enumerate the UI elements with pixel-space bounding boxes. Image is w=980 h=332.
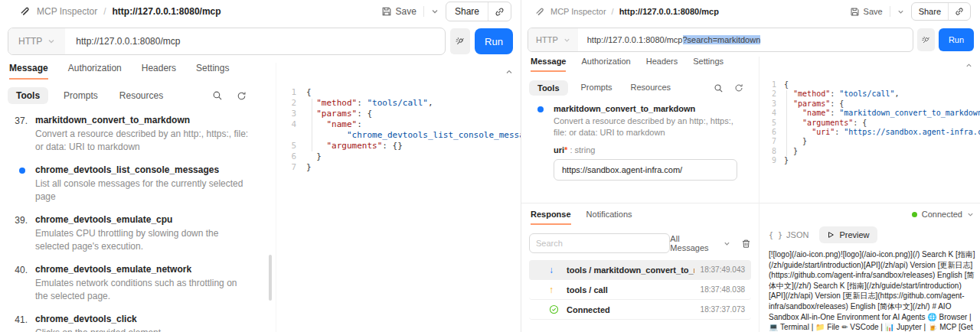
url-selected-text: ?search=markitdown: [683, 35, 761, 44]
tab[interactable]: Settings: [693, 57, 724, 70]
message-filter-dropdown[interactable]: All Messages: [670, 234, 730, 252]
result-panel: 1 { 2 "method": "tools/call", 3 "params"…: [759, 57, 980, 332]
response-controls: All Messages: [529, 233, 751, 253]
request-editor-section: 1 { 2 "method": "tools/call", 3 "params"…: [760, 57, 980, 203]
url-input[interactable]: http://127.0.0.1:8080/mcp?search=markitd…: [578, 35, 761, 44]
mcp-inspector-window-right: MCP Inspector / http://127.0.0.1:8080/mc…: [521, 0, 980, 332]
connection-status: Connected: [760, 203, 980, 219]
result-preview-section: Connected { } JSON Preview [![logo](/aio…: [760, 203, 980, 332]
code-text: {: [784, 80, 789, 90]
mcp-inspector-window-left: MCP Inspector / http://127.0.0.1:8080/mc…: [0, 0, 521, 332]
json-request-editor[interactable]: 1 { 2 "method": "tools/call", 3 "params"…: [760, 80, 980, 166]
tool-list-item[interactable]: 40. chrome_devtools_emulate_network Emul…: [0, 264, 276, 303]
tool-list-item[interactable]: 39. chrome_devtools_emulate_cpu Emulates…: [0, 214, 276, 253]
message-row[interactable]: ↓ ↑ tools / call 18:37:48.038: [529, 280, 751, 300]
share-button[interactable]: Share: [912, 7, 948, 16]
message-time: 18:37:48.038: [701, 285, 745, 294]
indent-guide: [312, 99, 312, 151]
tab[interactable]: Message: [531, 57, 566, 72]
selected-tool-detail: markitdown_convert_to_markdown Convert a…: [521, 104, 759, 181]
refresh-icon[interactable]: [237, 91, 247, 101]
json-view-button[interactable]: { } JSON: [769, 230, 808, 239]
chevron-down-icon[interactable]: [967, 211, 974, 218]
save-dropdown-chevron-icon[interactable]: [897, 8, 904, 15]
url-input[interactable]: http://127.0.0.1:8080/mcp: [65, 36, 180, 47]
subtab[interactable]: Resources: [113, 87, 169, 104]
line-number: 5: [283, 141, 296, 151]
arrow-up-icon: ↑: [549, 285, 560, 295]
tab[interactable]: Response: [531, 210, 571, 225]
main-area: MessageAuthorizationHeadersSettings Tool…: [0, 63, 521, 332]
line-number: 9: [766, 156, 776, 165]
connected-label: Connected: [922, 210, 962, 219]
tool-list-scrollbar[interactable]: [269, 255, 272, 301]
refresh-icon[interactable]: [734, 83, 743, 93]
tool-list-item[interactable]: 37. markitdown_convert_to_markdown Conve…: [0, 115, 276, 154]
subtab[interactable]: Tools: [529, 80, 568, 96]
breadcrumb-app-name[interactable]: MCP Inspector: [37, 6, 97, 17]
tab[interactable]: Settings: [196, 63, 229, 78]
run-button[interactable]: Run: [939, 28, 974, 51]
line-number: 5: [766, 119, 776, 128]
url-input-group: HTTP http://127.0.0.1:8080/mcp: [8, 28, 446, 55]
code-text: "chrome_devtools_list_console_messages",: [306, 130, 521, 141]
tab[interactable]: Message: [9, 63, 48, 80]
message-search-input[interactable]: [529, 233, 670, 253]
tool-name: chrome_devtools_emulate_network: [35, 264, 250, 275]
collapse-editor-chevron-icon[interactable]: [505, 68, 513, 76]
line-number: 4: [283, 119, 296, 130]
breadcrumb-separator: /: [103, 6, 106, 17]
subtab[interactable]: Resources: [625, 80, 676, 96]
breadcrumb-app-name[interactable]: MCP Inspector: [550, 7, 606, 16]
protocol-label: HTTP: [536, 35, 558, 44]
capability-subtabs: ToolsPromptsResources: [521, 78, 759, 98]
line-number: 7: [766, 137, 776, 146]
copy-link-icon[interactable]: [949, 7, 970, 16]
subtab[interactable]: Prompts: [576, 80, 618, 96]
tab[interactable]: Headers: [646, 57, 678, 70]
code-text: }: [306, 151, 322, 162]
save-button[interactable]: Save: [850, 7, 883, 17]
preview-view-button[interactable]: Preview: [819, 226, 877, 243]
disconnect-button[interactable]: [917, 28, 935, 51]
protocol-select[interactable]: HTTP: [8, 28, 65, 54]
tab[interactable]: Authorization: [581, 57, 630, 70]
code-text: "name": "markitdown_convert_to_markdown"…: [784, 109, 980, 118]
request-panel: MessageAuthorizationHeadersSettings Tool…: [521, 57, 759, 332]
save-button[interactable]: Save: [381, 6, 416, 17]
filter-label: All Messages: [670, 234, 720, 252]
tool-name: markitdown_convert_to_markdown: [35, 115, 250, 125]
search-icon[interactable]: [714, 83, 724, 93]
code-text: "arguments": {: [784, 119, 867, 128]
json-request-editor[interactable]: 1 { 2 "method": "tools/call", 3 "params"…: [276, 87, 521, 173]
subtab[interactable]: Prompts: [57, 87, 104, 104]
tab[interactable]: Notifications: [586, 210, 632, 223]
mcp-logo-icon: [535, 7, 545, 17]
code-text: "method": "tools/call",: [306, 98, 433, 109]
message-row[interactable]: ↓ ↑ tools / markitdown_convert_to_mar...…: [529, 260, 751, 280]
subtab[interactable]: Tools: [8, 87, 48, 104]
uri-parameter-input[interactable]: https://sandbox.agent-infra.com/: [554, 159, 737, 181]
code-line: 5 "arguments": {}: [283, 141, 521, 151]
collapse-editor-chevron-icon[interactable]: [965, 62, 972, 69]
tool-description: Convert a resource described by an http:…: [35, 128, 250, 154]
tab[interactable]: Authorization: [68, 63, 122, 78]
run-button[interactable]: Run: [475, 28, 513, 54]
copy-link-icon[interactable]: [488, 7, 511, 17]
request-toolbar: HTTP http://127.0.0.1:8080/mcp?search=ma…: [528, 28, 974, 52]
tool-list-item[interactable]: chrome_devtools_list_console_messages Li…: [0, 164, 276, 203]
tab[interactable]: Headers: [142, 63, 176, 78]
share-button[interactable]: Share: [446, 6, 488, 17]
message-label: tools / markitdown_convert_to_mar...: [567, 265, 694, 275]
save-dropdown-chevron-icon[interactable]: [431, 8, 439, 15]
clear-messages-button[interactable]: [741, 239, 751, 249]
search-icon[interactable]: [212, 90, 223, 101]
protocol-select[interactable]: HTTP: [528, 28, 578, 51]
save-label: Save: [864, 7, 883, 16]
arrow-down-icon: ↓: [549, 265, 560, 275]
disconnect-button[interactable]: [450, 28, 470, 54]
line-number: 7: [283, 162, 296, 173]
tool-list-item[interactable]: 41. chrome_devtools_click Clicks on the …: [0, 314, 276, 332]
tool-name: chrome_devtools_list_console_messages: [35, 164, 250, 175]
message-row[interactable]: ↓ ↑ Connected 18:37:37.073: [529, 300, 751, 320]
